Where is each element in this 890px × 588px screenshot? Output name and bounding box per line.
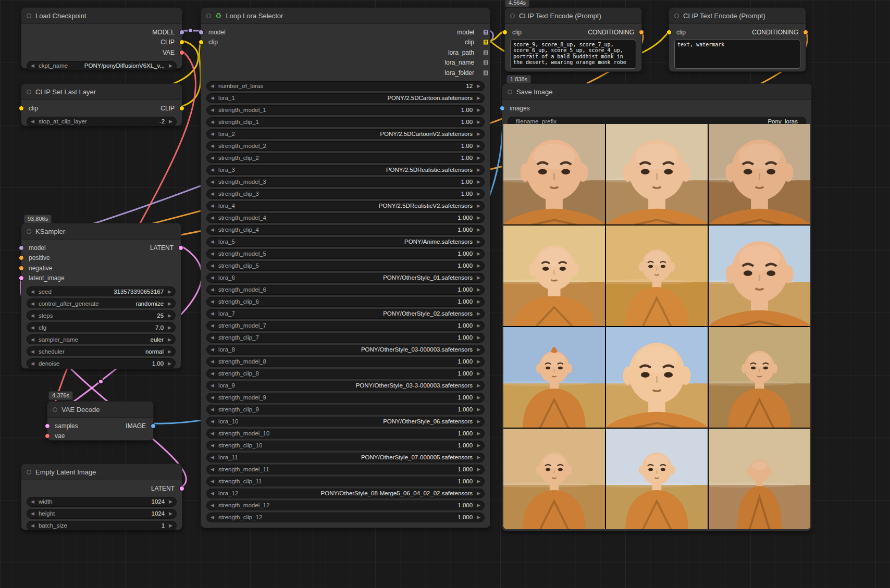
widget-lora_10[interactable]: ◀lora_10PONY/OtherStyle_06.safetensors▶: [206, 417, 485, 427]
widget-lora_6[interactable]: ◀lora_6PONY/OtherStyle_01.safetensors▶: [206, 273, 485, 283]
model-list-output-slot[interactable]: [484, 30, 488, 34]
widget-seed[interactable]: ◀seed313573390653167▶: [27, 286, 176, 296]
widget-lora_2[interactable]: ◀lora_2PONY/2.5DCartoonV2.safetensors▶: [206, 129, 485, 139]
image-output-slot[interactable]: [151, 423, 156, 429]
decrement-arrow-icon[interactable]: ◀: [211, 371, 214, 376]
decrement-arrow-icon[interactable]: ◀: [31, 301, 34, 306]
decrement-arrow-icon[interactable]: ◀: [211, 215, 214, 220]
widget-strength_clip_3[interactable]: ◀strength_clip_31.00▶: [206, 189, 485, 199]
increment-arrow-icon[interactable]: ▶: [168, 289, 171, 294]
widget-strength_model_4[interactable]: ◀strength_model_41.000▶: [206, 213, 485, 223]
widget-strength_model_1[interactable]: ◀strength_model_11.00▶: [206, 105, 485, 115]
conditioning-output-slot[interactable]: [639, 30, 644, 35]
node-header[interactable]: ♻ Loop Lora Selector: [201, 8, 490, 24]
decrement-arrow-icon[interactable]: ◀: [211, 467, 214, 472]
decrement-arrow-icon[interactable]: ◀: [211, 191, 214, 196]
widget-strength_model_10[interactable]: ◀strength_model_101.000▶: [206, 429, 485, 439]
node-header[interactable]: Save Image: [502, 84, 811, 100]
node-vae-decode[interactable]: VAE Decode samples IMAGE vae: [47, 401, 154, 441]
increment-arrow-icon[interactable]: ▶: [477, 227, 480, 232]
clip-input-slot[interactable]: [19, 106, 24, 111]
decrement-arrow-icon[interactable]: ◀: [211, 323, 214, 328]
clip-list-output-slot[interactable]: [484, 40, 488, 45]
widget-strength_model_6[interactable]: ◀strength_model_61.000▶: [206, 285, 485, 295]
increment-arrow-icon[interactable]: ▶: [477, 395, 480, 400]
lora-folder-list-output-slot[interactable]: [484, 70, 488, 75]
decrement-arrow-icon[interactable]: ◀: [211, 407, 214, 412]
increment-arrow-icon[interactable]: ▶: [477, 119, 480, 124]
increment-arrow-icon[interactable]: ▶: [477, 479, 480, 484]
node-header[interactable]: CLIP Text Encode (Prompt): [505, 8, 641, 24]
increment-arrow-icon[interactable]: ▶: [477, 359, 480, 364]
increment-arrow-icon[interactable]: ▶: [169, 119, 172, 124]
decrement-arrow-icon[interactable]: ◀: [211, 155, 214, 160]
widget-strength_clip_4[interactable]: ◀strength_clip_41.000▶: [206, 225, 485, 235]
node-header[interactable]: KSampler: [21, 223, 181, 240]
widget-strength_clip_6[interactable]: ◀strength_clip_61.000▶: [206, 297, 485, 307]
widget-height[interactable]: ◀height1024▶: [27, 509, 177, 519]
lora-name-list-output-slot[interactable]: [484, 60, 488, 65]
node-loop-lora-selector[interactable]: ♻ Loop Lora Selector model model clip cl…: [201, 7, 490, 528]
collapse-dot-icon[interactable]: [674, 14, 679, 18]
increment-arrow-icon[interactable]: ▶: [477, 323, 480, 328]
increment-arrow-icon[interactable]: ▶: [477, 311, 480, 316]
increment-arrow-icon[interactable]: ▶: [477, 431, 480, 436]
decrement-arrow-icon[interactable]: ◀: [211, 131, 214, 136]
decrement-arrow-icon[interactable]: ◀: [31, 511, 34, 516]
decrement-arrow-icon[interactable]: ◀: [211, 239, 214, 244]
decrement-arrow-icon[interactable]: ◀: [211, 167, 214, 172]
clip-input-slot[interactable]: [502, 30, 508, 35]
node-ksampler[interactable]: KSampler model LATENT positive negative …: [21, 223, 181, 369]
widget-lora_9[interactable]: ◀lora_9PONY/OtherStyle_03-3-000003.safet…: [206, 381, 485, 391]
conditioning-output-slot[interactable]: [803, 30, 808, 35]
decrement-arrow-icon[interactable]: ◀: [31, 361, 34, 366]
increment-arrow-icon[interactable]: ▶: [168, 325, 171, 330]
increment-arrow-icon[interactable]: ▶: [477, 407, 480, 412]
clip-input-slot[interactable]: [199, 40, 204, 45]
widget-lora_3[interactable]: ◀lora_3PONY/2.5DRealistic.safetensors▶: [206, 165, 485, 175]
widget-sampler_name[interactable]: ◀sampler_nameeuler▶: [27, 334, 176, 344]
increment-arrow-icon[interactable]: ▶: [477, 503, 480, 508]
output-image-1[interactable]: [503, 124, 605, 224]
output-image-3[interactable]: [709, 124, 810, 224]
decrement-arrow-icon[interactable]: ◀: [211, 311, 214, 316]
widget-strength_model_7[interactable]: ◀strength_model_71.000▶: [206, 321, 485, 331]
widget-batch_size[interactable]: ◀batch_size1▶: [27, 521, 177, 531]
output-image-10[interactable]: [503, 429, 605, 529]
widget-strength_model_5[interactable]: ◀strength_model_51.000▶: [206, 249, 485, 259]
increment-arrow-icon[interactable]: ▶: [477, 83, 480, 89]
increment-arrow-icon[interactable]: ▶: [477, 143, 480, 148]
model-output-slot[interactable]: [179, 30, 184, 35]
decrement-arrow-icon[interactable]: ◀: [211, 299, 214, 304]
decrement-arrow-icon[interactable]: ◀: [211, 443, 214, 448]
decrement-arrow-icon[interactable]: ◀: [211, 431, 214, 436]
widget-lora_7[interactable]: ◀lora_7PONY/OtherStyle_02.safetensors▶: [206, 309, 485, 319]
collapse-dot-icon[interactable]: [27, 14, 31, 18]
model-input-slot[interactable]: [199, 30, 204, 35]
output-image-11[interactable]: [606, 429, 708, 529]
widget-lora_12[interactable]: ◀lora_12PONY/OtherStyle_08-Merge5_06_04_…: [206, 489, 485, 498]
increment-arrow-icon[interactable]: ▶: [477, 251, 480, 256]
decrement-arrow-icon[interactable]: ◀: [211, 479, 214, 484]
widget-lora_1[interactable]: ◀lora_1PONY/2.5DCartoon.safetensors▶: [206, 93, 485, 103]
widget-strength_clip_12[interactable]: ◀strength_clip_121.000▶: [206, 512, 485, 522]
decrement-arrow-icon[interactable]: ◀: [211, 455, 214, 460]
reroute-dot-latent[interactable]: [98, 379, 104, 384]
prompt-textarea[interactable]: score_9, score_8_up, score_7_up, score_6…: [510, 40, 636, 69]
increment-arrow-icon[interactable]: ▶: [477, 203, 480, 208]
increment-arrow-icon[interactable]: ▶: [477, 347, 480, 352]
decrement-arrow-icon[interactable]: ◀: [31, 289, 34, 294]
widget-strength_model_12[interactable]: ◀strength_model_121.000▶: [206, 501, 485, 510]
node-header[interactable]: VAE Decode: [47, 402, 153, 418]
widget-steps[interactable]: ◀steps25▶: [27, 310, 176, 320]
model-input-slot[interactable]: [19, 245, 24, 251]
decrement-arrow-icon[interactable]: ◀: [211, 251, 214, 256]
clip-output-slot[interactable]: [179, 40, 184, 45]
increment-arrow-icon[interactable]: ▶: [477, 383, 480, 388]
prompt-textarea[interactable]: text, watermark: [674, 40, 800, 69]
decrement-arrow-icon[interactable]: ◀: [211, 503, 214, 508]
increment-arrow-icon[interactable]: ▶: [477, 167, 480, 172]
decrement-arrow-icon[interactable]: ◀: [31, 499, 34, 504]
widget-lora_5[interactable]: ◀lora_5PONY/Anime.safetensors▶: [206, 237, 485, 247]
increment-arrow-icon[interactable]: ▶: [169, 499, 172, 504]
